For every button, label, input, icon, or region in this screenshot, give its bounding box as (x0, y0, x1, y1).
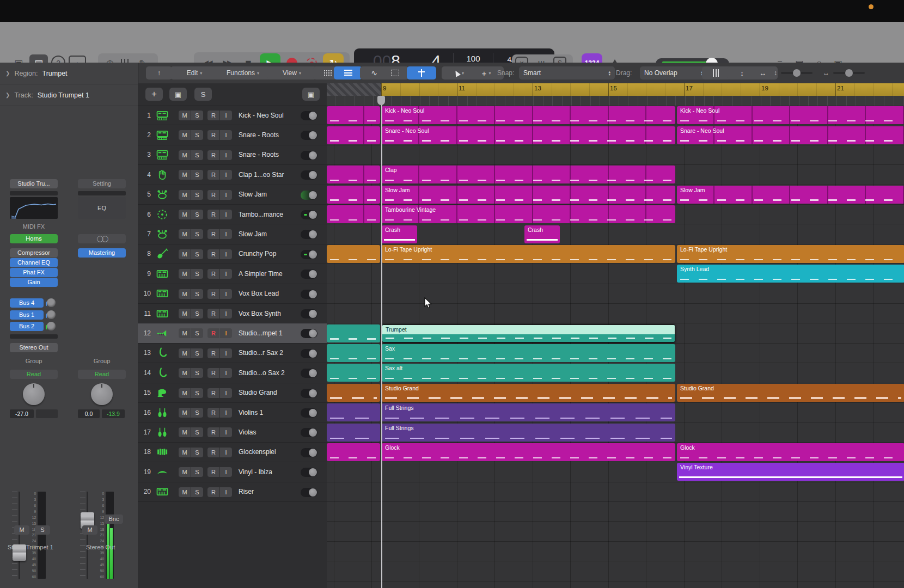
region-sax[interactable]: Sax (382, 344, 675, 362)
input-monitor-button[interactable]: I (220, 130, 232, 140)
solo-button[interactable]: S (191, 309, 203, 318)
input-monitor-button[interactable]: I (220, 289, 232, 299)
playhead-line[interactable] (381, 96, 382, 588)
strip2-audio-fx-0[interactable]: Mastering (78, 248, 126, 258)
mute-button[interactable]: M (179, 111, 191, 120)
send-level-knob[interactable] (47, 310, 56, 319)
region-slow-jam[interactable]: Slow Jam (677, 186, 904, 204)
mute-button[interactable]: M (179, 150, 191, 160)
region-trumpet[interactable]: Trumpet (382, 324, 675, 342)
record-enable-button[interactable]: R (207, 190, 219, 200)
region-partial[interactable] (327, 403, 380, 421)
track-header-view-button[interactable]: ▣ (302, 88, 320, 101)
strip1-audio-fx-0[interactable]: Compressor (10, 248, 58, 258)
region-crash[interactable]: Crash (524, 225, 560, 243)
strip1-send-1[interactable]: Bus 1 (10, 310, 44, 320)
region-synth-lead[interactable]: Synth Lead (677, 265, 904, 283)
view-menu[interactable]: View▾ (267, 66, 316, 79)
disclosure-chevron-icon[interactable]: ❯ (5, 92, 10, 98)
record-enable-button[interactable]: R (207, 328, 219, 338)
record-enable-button[interactable]: R (207, 229, 219, 239)
track-on-off-toggle[interactable] (301, 111, 317, 120)
region-partial[interactable] (327, 186, 380, 204)
mute-button[interactable]: M (179, 328, 191, 338)
region-full-strings[interactable]: Full Strings (382, 403, 675, 421)
mute-button[interactable]: M (179, 448, 191, 457)
solo-button[interactable]: S (191, 289, 203, 299)
track-row[interactable]: 5MSRISlow Jam (138, 185, 327, 205)
track-on-off-toggle[interactable] (301, 309, 317, 318)
strip2-volume-value[interactable]: 0.0 (78, 409, 100, 418)
track-on-off-toggle[interactable] (301, 151, 317, 160)
track-on-off-toggle[interactable] (301, 191, 317, 200)
hzoom-knob[interactable] (845, 69, 853, 77)
region-partial[interactable] (327, 245, 380, 263)
track-row[interactable]: 19MSRIVinyl - Ibiza (138, 462, 327, 482)
input-monitor-button[interactable]: I (220, 150, 232, 160)
strip1-send-2[interactable]: Bus 2 (10, 322, 44, 331)
solo-button[interactable]: S (191, 269, 203, 279)
solo-button[interactable]: S (191, 427, 203, 437)
track-row[interactable]: 18MSRIGlockenspiel (138, 443, 327, 462)
record-enable-button[interactable]: R (207, 408, 219, 418)
record-enable-button[interactable]: R (207, 487, 219, 497)
solo-button[interactable]: S (191, 170, 203, 180)
strip1-eq-thumbnail[interactable] (10, 197, 58, 219)
region-partial[interactable] (327, 324, 380, 342)
solo-button[interactable]: S (191, 190, 203, 200)
input-monitor-button[interactable]: I (220, 249, 232, 259)
ruler-tick-strip[interactable] (327, 96, 904, 106)
strip1-audio-fx-3[interactable]: Gain (10, 278, 58, 287)
input-monitor-button[interactable]: I (220, 427, 232, 437)
region-partial[interactable] (327, 344, 380, 362)
strip1-audio-fx-1[interactable]: Channel EQ (10, 258, 58, 267)
mute-button[interactable]: M (179, 130, 191, 140)
solo-button[interactable]: S (191, 487, 203, 497)
record-enable-button[interactable]: R (207, 170, 219, 180)
bar-ruler[interactable]: 9111315171921 (327, 83, 904, 96)
mute-button[interactable]: M (179, 190, 191, 200)
track-on-off-toggle[interactable] (301, 428, 317, 437)
track-row[interactable]: 2MSRISnare - Roots (138, 125, 327, 145)
track-row[interactable]: 3MSRISnare - Roots (138, 145, 327, 165)
record-enable-button[interactable]: R (207, 130, 219, 140)
solo-button[interactable]: S (191, 348, 203, 358)
track-row[interactable]: 4MSRIClap 1...eo Star (138, 165, 327, 185)
region-partial[interactable] (327, 424, 380, 442)
track-on-off-toggle[interactable] (301, 369, 317, 378)
region-kick-neo-soul[interactable]: Kick - Neo Soul (677, 106, 904, 124)
solo-button[interactable]: S (191, 249, 203, 259)
solo-button[interactable]: S (191, 210, 203, 219)
region-glock[interactable]: Glock (382, 443, 675, 461)
strip1-solo-button[interactable]: S (35, 525, 50, 535)
track-row[interactable]: 15MSRIStudio Grand (138, 383, 327, 403)
region-snare-neo-soul[interactable]: Snare - Neo Soul (382, 126, 675, 144)
track-on-off-toggle[interactable] (301, 131, 317, 140)
record-enable-button[interactable]: R (207, 427, 219, 437)
region-glock[interactable]: Glock (677, 443, 904, 461)
drag-select[interactable]: No Overlap▴▾ (640, 66, 707, 79)
mute-button[interactable]: M (179, 309, 191, 318)
vertical-zoom-slider[interactable]: ↕ (774, 69, 813, 77)
track-row[interactable]: 9MSRIA Simpler Time (138, 264, 327, 284)
input-monitor-button[interactable]: I (220, 408, 232, 418)
mute-button[interactable]: M (179, 388, 191, 398)
track-on-off-toggle[interactable] (301, 230, 317, 239)
playhead-handle[interactable] (377, 96, 385, 105)
solo-button[interactable]: S (191, 388, 203, 398)
track-solo-button[interactable]: S (194, 88, 212, 101)
strip1-setting-button[interactable]: Studio Tru... (10, 179, 58, 188)
mute-button[interactable]: M (179, 210, 191, 219)
track-on-off-toggle[interactable] (301, 290, 317, 299)
input-monitor-button[interactable]: I (220, 467, 232, 477)
region-studio-grand[interactable]: Studio Grand (382, 384, 675, 402)
marquee-button[interactable] (381, 66, 409, 79)
record-enable-button[interactable]: R (207, 467, 219, 477)
track-on-off-toggle[interactable] (301, 408, 317, 418)
track-row[interactable]: 20MSRIRiser (138, 482, 327, 502)
strip1-audio-fx-2[interactable]: Phat FX (10, 268, 58, 277)
record-enable-button[interactable]: R (207, 368, 219, 378)
track-on-off-toggle[interactable] (301, 170, 317, 180)
mute-button[interactable]: M (179, 229, 191, 239)
solo-button[interactable]: S (191, 368, 203, 378)
